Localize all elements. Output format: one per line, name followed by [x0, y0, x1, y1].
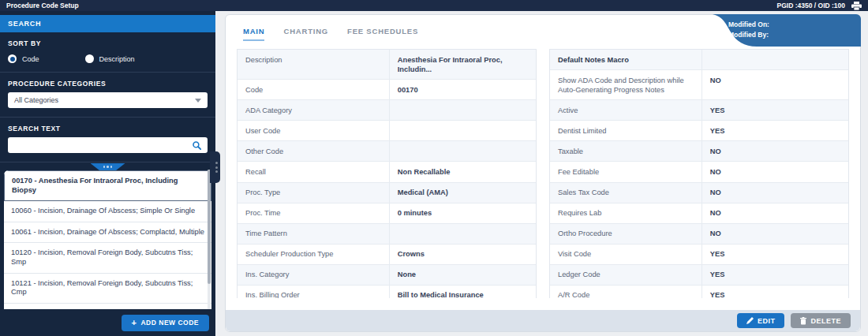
divider: [0, 162, 215, 162]
tab[interactable]: FEE SCHEDULES: [347, 27, 418, 41]
table-row: Dentist Limited YES: [550, 121, 848, 141]
field-value: YES: [702, 265, 848, 285]
table-row: Ledger Code YES: [550, 265, 848, 286]
table-row: Fee Editable NO: [550, 162, 848, 182]
field-value: NO: [702, 70, 848, 99]
field-value: YES: [702, 100, 848, 120]
table-row: Time Pattern: [238, 224, 536, 245]
search-sidebar: SEARCH SORT BY Code Description PROCEDUR…: [0, 11, 215, 336]
modified-on-label: Modified On:: [728, 20, 769, 30]
modified-banner: Modified On: Modified By:: [684, 14, 861, 47]
field-label: User Code: [238, 121, 390, 140]
field-label: Taxable: [550, 141, 702, 161]
drag-handle-icon[interactable]: [91, 163, 125, 170]
field-label: Other Code: [238, 141, 390, 161]
list-item[interactable]: 10060 - Incision, Drainage Of Abscess; S…: [4, 201, 211, 222]
field-value: YES: [702, 245, 848, 264]
field-label: ADA Category: [238, 100, 390, 120]
field-label: Code: [238, 80, 390, 99]
table-row: Description Anesthesia For Intraoral Pro…: [238, 50, 536, 80]
categories-select[interactable]: All Categories: [8, 92, 208, 108]
field-label: Ledger Code: [550, 265, 702, 285]
table-row: Ortho Procedure NO: [550, 224, 848, 245]
radio-label: Code: [22, 55, 39, 63]
list-item[interactable]: 10121 - Incision, Removal Foreign Body, …: [4, 274, 211, 304]
edit-label: EDIT: [758, 317, 776, 325]
field-value: NO: [702, 224, 848, 244]
list-item[interactable]: 10120 - Incision, Removal Foreign Body, …: [4, 243, 211, 273]
table-row: Show ADA Code and Description while Auto…: [550, 70, 848, 100]
search-field: [8, 137, 208, 153]
field-value: 0 minutes: [390, 203, 536, 223]
field-label: Proc. Type: [238, 183, 390, 203]
field-label: Dentist Limited: [550, 121, 702, 140]
field-label: Show ADA Code and Description while Auto…: [550, 70, 702, 99]
field-value: YES: [702, 121, 848, 140]
search-input[interactable]: [14, 141, 193, 149]
procedure-categories-label: PROCEDURE CATEGORIES: [8, 80, 208, 88]
search-text-label: SEARCH TEXT: [8, 125, 208, 133]
list-item[interactable]: 10061 - Incision, Drainage Of Abscess; C…: [4, 222, 211, 244]
edit-button[interactable]: EDIT: [737, 313, 785, 328]
code-item-text: 10060 - Incision, Drainage Of Abscess; S…: [11, 207, 195, 215]
sort-by-label: SORT BY: [8, 39, 208, 47]
field-value: NO: [702, 203, 848, 223]
sort-radio-option[interactable]: Description: [85, 54, 135, 63]
sort-by-radio-group: Code Description: [8, 54, 208, 63]
add-new-code-button[interactable]: + ADD NEW CODE: [122, 315, 209, 331]
field-label: Ins. Billing Order: [238, 286, 390, 298]
table-row: Requires Lab NO: [550, 203, 848, 224]
code-item-text: 10120 - Incision, Removal Foreign Body, …: [11, 248, 193, 266]
list-scrollbar[interactable]: [208, 170, 211, 318]
field-label: Default Notes Macro: [550, 50, 702, 69]
selected-category: All Categories: [14, 96, 58, 104]
field-value: Bill to Medical Insurance: [390, 286, 536, 298]
code-item-text: 00170 - Anesthesia For Intraoral Proc, I…: [12, 177, 178, 194]
delete-button[interactable]: DELETE: [791, 313, 851, 328]
field-label: Sales Tax Code: [550, 183, 702, 203]
chevron-down-icon: [195, 99, 201, 103]
field-value: [390, 224, 536, 244]
field-label: Time Pattern: [238, 224, 390, 244]
list-item[interactable]: 00170 - Anesthesia For Intraoral Proc, I…: [4, 170, 211, 201]
field-label: Fee Editable: [550, 162, 702, 181]
field-label: Requires Lab: [550, 203, 702, 223]
page-title: Procedure Code Setup: [6, 2, 79, 9]
field-label: Visit Code: [550, 245, 702, 264]
field-label: Recall: [238, 162, 390, 181]
field-value: Medical (AMA): [390, 183, 536, 203]
radio-icon: [8, 54, 17, 63]
field-value: Crowns: [390, 245, 536, 264]
sidebar-footer: + ADD NEW CODE: [0, 309, 215, 336]
field-label: Ins. Category: [238, 265, 390, 285]
field-value: [390, 141, 536, 161]
plus-icon: +: [132, 319, 137, 327]
procedure-code-list: 00170 - Anesthesia For Intraoral Proc, I…: [4, 170, 211, 323]
radio-label: Description: [99, 55, 135, 63]
table-row: Other Code: [238, 141, 536, 162]
field-value: NO: [702, 141, 848, 161]
field-value: 00170: [390, 80, 536, 99]
table-row: User Code: [238, 121, 536, 141]
field-value: NO: [702, 162, 848, 181]
field-value: Anesthesia For Intraoral Proc, Includin.…: [390, 50, 536, 79]
trash-icon: [800, 317, 806, 325]
field-label: Description: [238, 50, 390, 79]
sort-radio-option[interactable]: Code: [8, 54, 39, 63]
field-label: Proc. Time: [238, 203, 390, 223]
tab[interactable]: MAIN: [243, 27, 264, 41]
tab[interactable]: CHARTING: [283, 27, 328, 41]
left-detail-table: Description Anesthesia For Intraoral Pro…: [237, 49, 537, 298]
table-row: Ins. Billing Order Bill to Medical Insur…: [238, 286, 536, 298]
field-label: A/R Code: [550, 286, 702, 298]
radio-icon: [85, 54, 94, 63]
search-icon[interactable]: [193, 141, 201, 150]
table-row: Proc. Time 0 minutes: [238, 203, 536, 224]
printer-icon[interactable]: [851, 2, 862, 10]
right-detail-table: Default Notes Macro Show ADA Code and De…: [549, 49, 849, 298]
code-item-text: 10121 - Incision, Removal Foreign Body, …: [11, 279, 193, 297]
search-panel-header: SEARCH: [0, 15, 215, 32]
code-item-text: 10061 - Incision, Drainage Of Abscess; C…: [11, 228, 204, 236]
field-value: [702, 50, 848, 69]
sidebar-collapse-handle[interactable]: [210, 151, 220, 183]
